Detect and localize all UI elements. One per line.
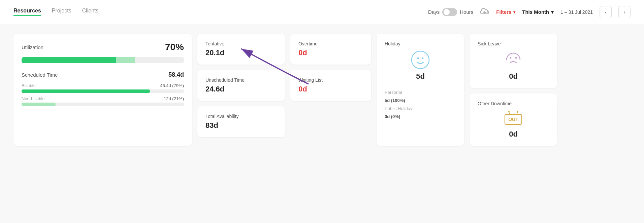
tentative-card: Tentative 20.1d	[197, 34, 285, 65]
overtime-value: 0d	[298, 48, 363, 57]
billable-progress	[22, 89, 184, 93]
left-middle-cards: Tentative 20.1d Unscheduled Time 24.6d T…	[197, 34, 285, 137]
nonbillable-label: Non-billable	[22, 96, 45, 101]
other-downtime-value: 0d	[478, 130, 549, 139]
progress-green	[22, 57, 116, 63]
holiday-card: Holiday 5d Personal 5d (100%) Public Hol…	[377, 34, 464, 146]
waiting-list-value: 0d	[298, 85, 363, 94]
download-icon[interactable]	[480, 7, 489, 17]
personal-label: Personal	[385, 90, 402, 95]
billable-bar	[22, 89, 150, 93]
tab-projects[interactable]: Projects	[52, 8, 71, 16]
month-chevron-icon: ▾	[551, 9, 554, 15]
billable-metric: Billable 46.4d (79%)	[22, 83, 184, 93]
utilization-title: Utilization	[22, 44, 43, 50]
unscheduled-card: Unscheduled Time 24.6d	[197, 70, 285, 101]
waiting-list-card: Waiting List 0d	[290, 70, 371, 101]
utilization-progress-bar	[22, 57, 184, 63]
svg-point-10	[508, 111, 510, 112]
tab-resources[interactable]: Resources	[13, 8, 41, 16]
next-button[interactable]: ›	[618, 6, 631, 18]
svg-point-11	[517, 111, 518, 112]
public-label: Public Holiday	[385, 106, 412, 111]
holiday-title: Holiday	[385, 41, 456, 46]
nonbillable-bar	[22, 103, 56, 106]
holiday-face-icon	[411, 50, 430, 69]
public-value: 0d (0%)	[385, 114, 400, 119]
right-middle-cards: Overtime 0d Waiting List 0d	[290, 34, 371, 137]
other-downtime-card: Other Downtime OUT 0d	[470, 94, 557, 146]
svg-point-4	[510, 57, 512, 59]
sick-leave-value: 0d	[478, 72, 549, 81]
prev-button[interactable]: ‹	[600, 6, 612, 18]
svg-text:OUT: OUT	[508, 117, 518, 122]
top-nav: Resources Projects Clients Days Hours Fi…	[0, 0, 644, 24]
svg-point-1	[412, 51, 429, 69]
main-content: Utilization 70% Scheduled Time 58.4d Bil…	[0, 24, 644, 155]
total-availability-label: Total Availability	[205, 114, 277, 119]
nav-tabs: Resources Projects Clients	[13, 8, 99, 16]
days-label: Days	[428, 9, 440, 15]
tab-clients[interactable]: Clients	[82, 8, 99, 16]
svg-point-5	[515, 57, 517, 59]
progress-light	[116, 57, 135, 63]
nav-controls: Days Hours Filters ▾ This Month ▾ 1 – 31…	[428, 6, 631, 18]
billable-value: 46.4d (79%)	[160, 83, 184, 88]
sick-leave-icon-area	[478, 50, 549, 69]
total-availability-value: 83d	[205, 121, 277, 130]
sick-leave-title: Sick Leave	[478, 41, 501, 46]
scheduled-value: 58.4d	[168, 71, 184, 78]
tentative-value: 20.1d	[205, 48, 277, 57]
scheduled-title: Scheduled Time	[22, 72, 58, 78]
filters-button[interactable]: Filters ▾	[496, 9, 515, 15]
total-availability-card: Total Availability 83d	[197, 106, 285, 137]
days-hours-toggle[interactable]	[442, 8, 457, 16]
utilization-card: Utilization 70% Scheduled Time 58.4d Bil…	[13, 34, 192, 146]
svg-point-3	[422, 58, 424, 59]
billable-label: Billable	[22, 83, 36, 88]
unscheduled-label: Unscheduled Time	[205, 77, 277, 83]
date-range: 1 – 31 Jul 2021	[560, 9, 593, 15]
waiting-list-label: Waiting List	[298, 77, 363, 83]
toggle-group: Days Hours	[428, 8, 473, 16]
overtime-card: Overtime 0d	[290, 34, 371, 65]
filters-chevron-icon: ▾	[513, 10, 515, 14]
month-label: This Month	[522, 9, 549, 15]
other-downtime-icon-area: OUT	[478, 110, 549, 127]
holiday-value: 5d	[385, 72, 456, 81]
tentative-label: Tentative	[205, 41, 277, 46]
nonbillable-value: 12d (21%)	[164, 96, 184, 101]
other-downtime-title: Other Downtime	[478, 101, 512, 106]
svg-point-2	[417, 58, 419, 59]
month-selector-button[interactable]: This Month ▾	[522, 9, 554, 15]
holiday-sub: Personal 5d (100%) Public Holiday 0d (0%…	[385, 85, 456, 119]
middle-section: Tentative 20.1d Unscheduled Time 24.6d T…	[197, 34, 371, 146]
personal-value: 5d (100%)	[385, 98, 405, 103]
nonbillable-metric: Non-billable 12d (21%)	[22, 96, 184, 106]
overtime-label: Overtime	[298, 41, 363, 46]
hours-label: Hours	[460, 9, 473, 15]
utilization-percent: 70%	[165, 42, 184, 52]
downtime-section: Sick Leave 0d Other Downtime OUT	[470, 34, 557, 146]
filters-label: Filters	[496, 9, 511, 15]
unscheduled-value: 24.6d	[205, 85, 277, 94]
sick-leave-card: Sick Leave 0d	[470, 34, 557, 88]
nonbillable-progress	[22, 103, 184, 106]
